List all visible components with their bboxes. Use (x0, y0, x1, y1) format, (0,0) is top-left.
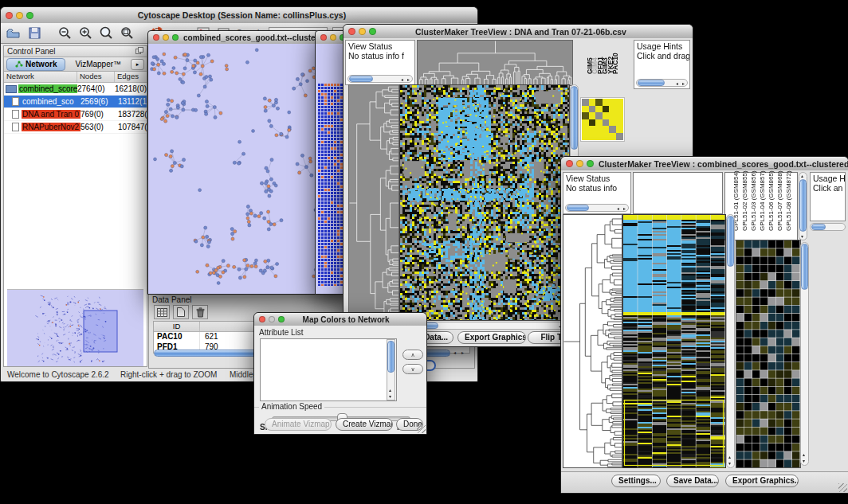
matrix-cell[interactable] (582, 133, 589, 140)
col-network[interactable]: Network (4, 72, 77, 82)
resize-grip[interactable] (417, 424, 426, 433)
network-list-row[interactable]: combined_sco 2569(6) 13112(15) (4, 96, 147, 108)
vscroll-thumb[interactable] (727, 216, 734, 267)
matrix-cell[interactable] (589, 119, 596, 127)
dialog-titlebar[interactable]: Map Colors to Network (254, 313, 426, 326)
hscroll-thumb[interactable] (349, 76, 373, 82)
network-list-row[interactable]: RNAPuberNov2+! 563(0) 107847(0) (4, 121, 147, 134)
treeview1-titlebar[interactable]: ClusterMaker TreeView : DNA and Tran 07-… (344, 25, 693, 39)
network-graph[interactable] (148, 44, 343, 292)
zoom-out-icon[interactable] (57, 26, 73, 41)
matrix-cell[interactable] (595, 112, 603, 119)
close-button[interactable] (320, 34, 327, 41)
save-data-button[interactable]: Save Data... (666, 475, 719, 487)
tab-network[interactable]: Network (6, 58, 65, 71)
matrix-cell[interactable] (595, 106, 603, 113)
open-file-icon[interactable] (6, 26, 22, 41)
matrix-cell[interactable] (609, 126, 616, 133)
matrix-cell[interactable] (582, 106, 589, 113)
matrix-cell[interactable] (589, 126, 596, 133)
scroll-right-icon[interactable]: ▸ (461, 350, 464, 355)
zoom-in-icon[interactable] (77, 26, 93, 41)
hscroll-thumb[interactable] (811, 224, 826, 230)
genelist-vscrollbar[interactable]: ▴ ▾ (800, 242, 809, 466)
scroll-down-icon[interactable]: ▾ (728, 461, 731, 466)
minimize-button[interactable] (163, 34, 169, 41)
labels-vscrollbar[interactable]: ▴ ▾ (799, 172, 807, 240)
minimize-button[interactable] (16, 12, 23, 19)
tab-vizmapper[interactable]: VizMapper™ (65, 60, 131, 68)
matrix-cell[interactable] (595, 99, 603, 106)
heatmap-canvas[interactable] (399, 84, 570, 321)
matrix-cell[interactable] (603, 133, 610, 140)
matrix-cell[interactable] (582, 112, 589, 119)
col-edges[interactable]: Edges (115, 72, 147, 82)
row-dendrogram[interactable] (563, 214, 622, 468)
zoom-button[interactable] (172, 34, 179, 41)
close-button[interactable] (153, 34, 159, 41)
network-list-row[interactable]: combined_scores 2764(0) 16218(0) (4, 83, 147, 96)
matrix-cell[interactable] (582, 119, 589, 127)
hscroll-thumb[interactable] (567, 205, 589, 211)
scroll-up-icon[interactable]: ▴ (389, 388, 391, 393)
tabs-overflow-button[interactable]: ▸ (131, 59, 144, 70)
heatmap-canvas[interactable] (622, 214, 726, 468)
minimize-button[interactable] (330, 34, 336, 41)
attr-col-id[interactable]: ID (154, 322, 200, 331)
matrix-cell[interactable] (595, 119, 603, 127)
export-graphics-button[interactable]: Export Graphics... (457, 331, 526, 344)
scroll-right-icon[interactable]: ▸ (682, 81, 685, 86)
vscroll-thumb[interactable] (801, 244, 808, 290)
settings-button[interactable]: Settings... (611, 475, 661, 487)
move-down-button[interactable]: ∨ (402, 364, 423, 374)
matrix-cell[interactable] (603, 112, 610, 119)
scroll-left-icon[interactable]: ◂ (676, 81, 678, 86)
minimize-button[interactable] (576, 160, 583, 167)
scroll-right-icon[interactable]: ▸ (407, 77, 410, 82)
heatmap-vscrollbar[interactable]: ▴ ▾ (726, 214, 735, 468)
save-icon[interactable] (26, 26, 42, 41)
vscroll-thumb[interactable] (571, 86, 578, 150)
close-button[interactable] (259, 316, 265, 322)
float-panel-icon[interactable] (135, 47, 143, 56)
matrix-cell[interactable] (589, 106, 596, 113)
scroll-down-icon[interactable]: ▾ (803, 459, 805, 463)
minimize-button[interactable] (269, 316, 275, 322)
move-up-button[interactable]: ∧ (402, 350, 423, 360)
column-label[interactable]: GPL51-08 (GSM872) (785, 170, 792, 231)
matrix-cell[interactable] (609, 112, 616, 119)
zoom-button[interactable] (587, 160, 594, 167)
matrix-cell[interactable] (616, 112, 623, 119)
attribute-listbox[interactable] (260, 338, 397, 401)
matrix-cell[interactable] (609, 99, 616, 106)
export-graphics-button[interactable]: Export Graphics... (725, 475, 799, 487)
col-nodes[interactable]: Nodes (77, 72, 115, 82)
matrix-cell[interactable] (609, 133, 616, 140)
vscroll-thumb[interactable] (387, 341, 395, 373)
scroll-up-icon[interactable]: ▴ (728, 455, 731, 459)
matrix-cell[interactable] (589, 99, 596, 106)
dense-network-canvas[interactable] (317, 82, 344, 286)
matrix-cell[interactable] (589, 112, 596, 119)
network-overview-pane[interactable] (7, 289, 143, 366)
matrix-cell[interactable] (616, 133, 623, 140)
birdseye-view-canvas[interactable] (7, 290, 143, 366)
matrix-cell[interactable] (616, 119, 623, 127)
matrix-cell[interactable] (616, 106, 623, 113)
correlation-matrix[interactable] (580, 97, 625, 142)
matrix-cell[interactable] (609, 119, 616, 127)
zoom-view-canvas[interactable] (736, 240, 801, 468)
list-vscrollbar[interactable]: ▴ ▾ (387, 339, 395, 400)
zoom-button[interactable] (278, 316, 285, 322)
minimize-button[interactable] (359, 28, 366, 35)
network-list-row[interactable]: DNA and Tran 07 769(0) 183728(0) (4, 108, 147, 121)
select-attributes-icon[interactable] (154, 305, 170, 319)
matrix-cell[interactable] (603, 106, 610, 113)
row-dendrogram[interactable] (348, 84, 399, 321)
zoom-button[interactable] (369, 28, 376, 35)
treeview2-titlebar[interactable]: ClusterMaker TreeView : combined_scores_… (561, 157, 848, 171)
matrix-cell[interactable] (603, 99, 610, 106)
scroll-left-icon[interactable]: ◂ (401, 77, 403, 82)
animate-vizmap-button[interactable]: Animate Vizmap (265, 418, 332, 431)
scroll-up-icon[interactable]: ▴ (801, 174, 803, 178)
